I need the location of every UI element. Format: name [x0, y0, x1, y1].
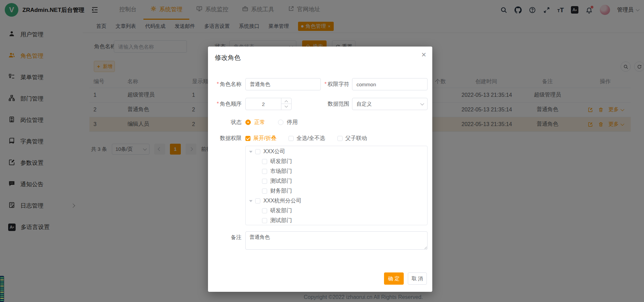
perm-options: 展开/折叠 全选/全不选 父子联动	[245, 132, 367, 144]
data-scope-label: 数据范围	[307, 98, 349, 110]
tree-node[interactable]: 测试部门	[246, 176, 427, 186]
tree-node-label: 研发部门	[270, 207, 292, 214]
tree-node-label: XXX公司	[263, 148, 285, 155]
stepper-down-button[interactable]	[281, 104, 291, 110]
tree-node[interactable]: 财务部门	[246, 186, 427, 196]
role-key-label: *权限字符	[307, 78, 349, 90]
checkbox-parent-child-label: 父子联动	[345, 135, 367, 142]
radio-disabled-label: 停用	[287, 119, 298, 126]
checkbox-expand[interactable]	[245, 136, 250, 141]
app-root: V ZRAdmin.NET后台管理 用户管理 角色管理 菜单管理 部门管理	[0, 0, 644, 302]
stepper-controls	[281, 98, 291, 110]
tree-node[interactable]: XXX杭州分公司	[246, 196, 427, 206]
remark-field: 普通角色	[245, 231, 428, 250]
dialog-title: 修改角色	[215, 53, 241, 62]
tree-checkbox[interactable]	[262, 179, 267, 184]
required-mark: *	[217, 101, 219, 107]
tree-checkbox[interactable]	[262, 159, 267, 164]
tree-checkbox[interactable]	[255, 149, 260, 154]
role-sort-stepper	[245, 98, 292, 110]
tree-node-label: 测试部门	[270, 217, 292, 224]
role-sort-label: *角色顺序	[208, 98, 242, 110]
required-mark: *	[325, 81, 327, 87]
tree-node-label: 研发部门	[270, 158, 292, 165]
checkbox-expand-label: 展开/折叠	[253, 135, 276, 142]
devtools-badge[interactable]	[0, 276, 4, 302]
remark-label: 备注	[208, 234, 242, 241]
tree-node-label: 测试部门	[270, 178, 292, 185]
confirm-button[interactable]: 确 定	[384, 272, 404, 285]
tree-node[interactable]: 市场部门	[246, 166, 427, 176]
tree-node[interactable]: 研发部门	[246, 157, 427, 166]
tree-checkbox[interactable]	[262, 208, 267, 213]
role-key-input[interactable]	[352, 78, 428, 90]
tree-node-label: 财务部门	[270, 188, 292, 195]
checkbox-select-all[interactable]	[289, 136, 294, 141]
tree-node[interactable]: XXX公司	[246, 147, 427, 157]
tree-node[interactable]: 测试部门	[246, 216, 427, 225]
radio-normal[interactable]	[245, 120, 251, 125]
dept-tree: XXX公司 研发部门 市场部门 测试部门 财务部门 XXX杭州分公司	[245, 146, 428, 225]
chevron-down-icon	[420, 102, 424, 105]
checkbox-select-all-label: 全选/全不选	[296, 135, 325, 142]
remark-textarea[interactable]: 普通角色	[245, 231, 428, 250]
tree-node[interactable]: 研发部门	[246, 206, 427, 216]
status-label: 状态	[208, 116, 242, 128]
data-perm-label: 数据权限	[208, 132, 242, 144]
tree-checkbox[interactable]	[262, 189, 267, 194]
data-scope-value: 自定义	[356, 101, 372, 107]
role-name-label: *角色名称	[208, 78, 242, 90]
chevron-up-icon	[284, 100, 288, 104]
cancel-button[interactable]: 取 消	[408, 272, 427, 285]
tree-checkbox[interactable]	[262, 218, 267, 223]
radio-normal-label: 正常	[254, 119, 265, 126]
tree-node-label: 市场部门	[270, 168, 292, 175]
data-scope-select[interactable]: 自定义	[352, 98, 428, 110]
chevron-down-icon	[284, 104, 288, 108]
required-mark: *	[217, 81, 219, 87]
radio-disabled[interactable]	[278, 120, 283, 125]
caret-down-icon[interactable]	[249, 200, 253, 202]
stepper-up-button[interactable]	[281, 98, 291, 104]
caret-down-icon[interactable]	[249, 151, 253, 153]
tree-node-label: XXX杭州分公司	[263, 197, 301, 205]
tree-checkbox[interactable]	[262, 169, 267, 174]
close-icon[interactable]: ×	[421, 51, 426, 59]
edit-role-dialog: 修改角色 × *角色名称 *权限字符 *角色顺序 数据范围 自定义 状态	[208, 47, 432, 292]
checkbox-parent-child[interactable]	[337, 136, 343, 141]
tree-checkbox[interactable]	[255, 198, 260, 203]
status-radio-group: 正常 停用	[245, 116, 298, 128]
